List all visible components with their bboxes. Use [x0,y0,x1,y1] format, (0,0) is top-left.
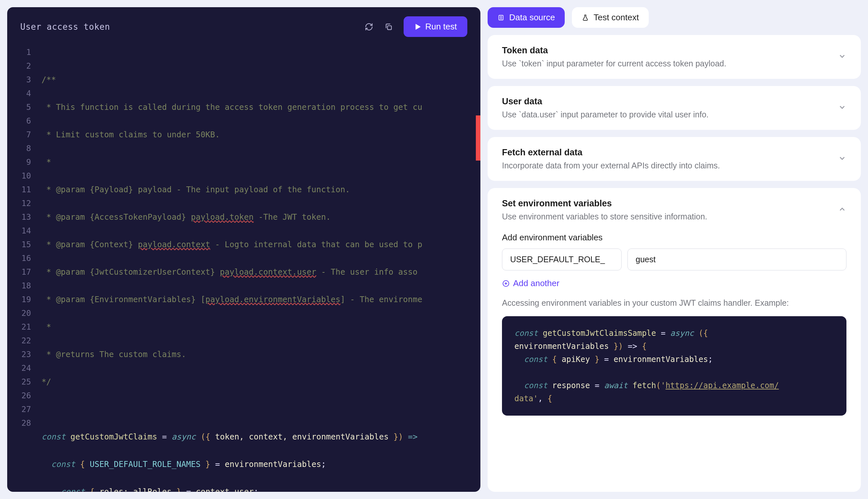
sample-code-block: const getCustomJwtClaimsSample = async (… [502,316,846,416]
card-user-data[interactable]: User data Use `data.user` input paramete… [488,86,861,130]
chevron-down-icon[interactable] [838,52,846,62]
database-icon [498,14,505,21]
env-value-input[interactable] [628,248,846,270]
editor-header: User access token Run test [7,7,480,44]
card-title: User data [502,96,708,107]
editor-title: User access token [20,22,110,32]
card-title: Fetch external data [502,147,720,158]
card-subtitle: Use `token` input parameter for current … [502,59,726,68]
svg-marker-1 [416,24,420,29]
card-subtitle: Use environment variables to store sensi… [502,212,707,221]
env-help-text: Accessing environment variables in your … [502,298,846,308]
card-env-vars: Set environment variables Use environmen… [488,188,861,492]
card-subtitle: Incorporate data from your external APIs… [502,161,720,170]
run-test-button[interactable]: Run test [404,16,467,37]
card-title: Token data [502,46,726,56]
code-content[interactable]: /** * This function is called during the… [41,46,480,492]
card-subtitle: Use `data.user` input parameter to provi… [502,110,708,119]
run-test-label: Run test [425,22,457,32]
side-panel: Data source Test context Token data Use … [488,7,861,492]
env-inputs-row [502,248,846,270]
copy-icon[interactable] [384,22,393,32]
card-title: Set environment variables [502,198,707,209]
tab-data-source-label: Data source [509,12,555,23]
tab-data-source[interactable]: Data source [488,7,565,28]
env-key-input[interactable] [502,248,621,270]
tab-test-context[interactable]: Test context [572,7,649,28]
side-tabs: Data source Test context [488,7,861,28]
card-token-data[interactable]: Token data Use `token` input parameter f… [488,35,861,79]
tab-test-context-label: Test context [593,12,639,23]
chevron-up-icon[interactable] [838,205,846,215]
code-area[interactable]: 1234567891011121314151617181920212223242… [7,44,480,492]
card-env-header[interactable]: Set environment variables Use environmen… [502,198,846,221]
svg-rect-0 [388,25,391,29]
env-body: Add environment variables Add another Ac… [502,232,846,416]
add-another-button[interactable]: Add another [502,278,559,289]
add-another-label: Add another [513,278,559,289]
chevron-down-icon[interactable] [838,154,846,164]
refresh-icon[interactable] [364,22,374,32]
chevron-down-icon[interactable] [838,103,846,113]
code-editor-pane: User access token Run test 1234567891011… [7,7,480,492]
env-add-label: Add environment variables [502,232,846,243]
flask-icon [582,14,589,21]
card-fetch-external[interactable]: Fetch external data Incorporate data fro… [488,137,861,181]
editor-actions: Run test [364,16,467,37]
line-gutter: 1234567891011121314151617181920212223242… [7,46,41,492]
plus-circle-icon [502,280,510,288]
error-indicator [476,115,480,160]
